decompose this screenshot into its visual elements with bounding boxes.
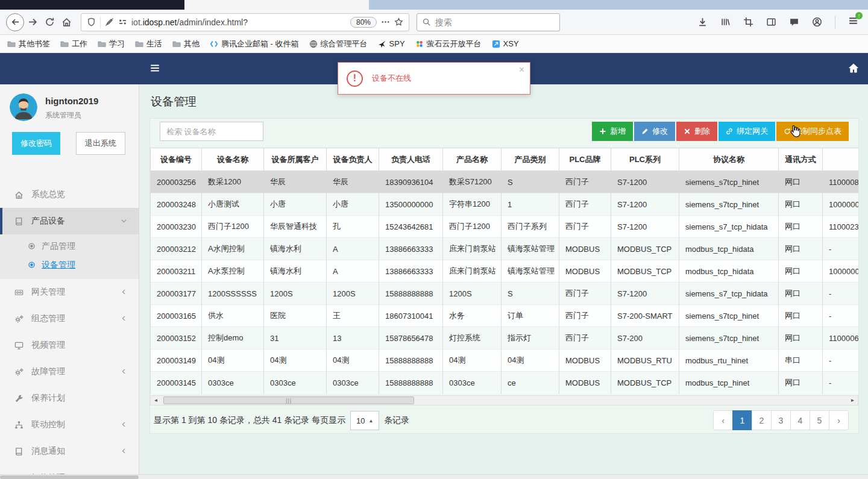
sidebar-item-system-overview[interactable]: 系统总览 [0, 181, 139, 208]
change-password-button[interactable]: 修改密码 [12, 132, 60, 155]
back-button[interactable] [6, 13, 24, 31]
bookmark-label: 萤石云开放平台 [427, 39, 482, 49]
column-header[interactable]: 设备负责人 [327, 148, 379, 171]
page-button-1[interactable]: 1 [732, 410, 752, 430]
column-header[interactable]: 设备名称 [202, 148, 264, 171]
table-cell: 200003165 [151, 305, 202, 327]
bookmark-ezviz-open[interactable]: 萤石云开放平台 [415, 39, 482, 49]
site-permissions-icon[interactable] [118, 17, 127, 27]
table-cell: - [823, 349, 859, 372]
sidebar-item-fault-management[interactable]: 故障管理 [0, 358, 139, 385]
sidebar-item-video-management[interactable]: 视频管理 [0, 332, 139, 358]
bookmark-xsy[interactable]: XSY [492, 39, 519, 48]
column-header[interactable]: 产品名称 [443, 148, 502, 171]
column-header[interactable]: PLC品牌 [559, 148, 611, 171]
sidebar-item-sms-management[interactable]: 短信管理 [0, 465, 139, 474]
bookmark-study[interactable]: 学习 [98, 39, 125, 49]
sidebars-icon[interactable] [766, 17, 776, 27]
sidebar-subitem-product-management[interactable]: 产品管理 [0, 237, 139, 255]
sidebar-item-label: 联动控制 [31, 419, 65, 430]
bookmark-other-bookmarks[interactable]: 其他书签 [7, 39, 50, 49]
bookmark-star-icon[interactable] [394, 17, 403, 27]
table-row[interactable]: 200003256数采1200华辰华辰18390936104数采S71200S西… [151, 171, 859, 193]
sidebar-item-maintenance-plan[interactable]: 保养计划 [0, 385, 139, 412]
table-cell: modbus_tcp_hidata [679, 260, 779, 283]
sidebar-item-gateway-management[interactable]: 网关管理 [0, 279, 139, 305]
scroll-right-button[interactable]: ► [848, 396, 858, 405]
reload-button[interactable] [41, 14, 58, 31]
add-button[interactable]: 新增 [592, 122, 633, 141]
sidebar-item-product-device[interactable]: 产品设备 [0, 208, 139, 234]
table-row[interactable]: 200003212A水闸控制镇海水利A13886663333庶来门前泵站镇海泵站… [151, 238, 859, 260]
bookmark-misc[interactable]: 其他 [172, 39, 200, 49]
account-icon[interactable] [812, 17, 822, 27]
browser-search-box[interactable] [417, 13, 560, 31]
bookmark-mgmt-platform[interactable]: 综合管理平台 [309, 39, 368, 49]
table-cell: 西门子系列 [502, 216, 559, 238]
table-row[interactable]: 20000314904测04测04测1588888888804测04测MODBU… [151, 349, 859, 372]
column-header[interactable]: PLC系列 [611, 148, 679, 171]
scrollbar-thumb[interactable]: ||| [163, 396, 414, 404]
bind-gateway-button[interactable]: 绑定网关 [719, 122, 775, 141]
table-cell: 西门子 [559, 327, 611, 349]
delete-button[interactable]: 删除 [676, 122, 717, 141]
table-cell: 0303ce [264, 372, 327, 394]
page-actions-icon[interactable] [381, 17, 390, 27]
column-header[interactable]: 已绑定网关 [823, 148, 859, 171]
sidebar-item-linkage-control[interactable]: 联动控制 [0, 412, 139, 438]
table-horizontal-scrollbar[interactable]: ◄ ||| ► [150, 395, 858, 405]
scroll-left-button[interactable]: ◄ [151, 396, 161, 405]
shield-icon[interactable] [87, 17, 96, 27]
logout-button[interactable]: 退出系统 [76, 132, 125, 155]
browser-search-input[interactable] [435, 17, 555, 27]
bookmark-tencent-mail[interactable]: 腾讯企业邮箱 - 收件箱 [210, 39, 299, 49]
table-row[interactable]: 2000031450303ce0303ce0303ce1588888888803… [151, 372, 859, 394]
sidebar-item-message-notification[interactable]: 消息通知 [0, 438, 139, 465]
table-row[interactable]: 200003211A水泵控制镇海水利A13886663333庶来门前泵站镇海泵站… [151, 260, 859, 283]
device-search-input[interactable] [160, 122, 263, 141]
page-prev-button[interactable]: ‹ [713, 410, 733, 430]
table-cell: 网口 [779, 327, 823, 349]
table-row[interactable]: 200003230西门子1200华辰智通科技孔15243642681西门子120… [151, 216, 859, 238]
url-bar[interactable]: iot.idosp.net/admin/index.html? 80% [81, 13, 409, 31]
library-icon[interactable] [720, 17, 731, 27]
browser-tab-dark[interactable] [0, 0, 184, 10]
column-header[interactable]: 通讯方式 [779, 148, 823, 171]
bookmark-spy[interactable]: SPY [378, 39, 405, 48]
browser-tab-active[interactable] [184, 0, 369, 10]
page-button-5[interactable]: 5 [810, 410, 829, 430]
page-button-2[interactable]: 2 [752, 410, 772, 430]
blocked-pencil-icon[interactable] [105, 17, 114, 27]
column-header[interactable]: 负责人电话 [379, 148, 443, 171]
page-button-4[interactable]: 4 [790, 410, 810, 430]
edit-button[interactable]: 修改 [634, 122, 675, 141]
downloads-icon[interactable] [697, 17, 708, 27]
sidebar-item-scada-management[interactable]: 组态管理 [0, 305, 139, 332]
window-scrollbar-thumb[interactable] [0, 475, 139, 479]
sidebar-subitem-device-management[interactable]: 设备管理 [0, 255, 139, 274]
screenshot-icon[interactable] [743, 17, 753, 27]
table-row[interactable]: 2000031771200SSSSSS1200S1200S15888888888… [151, 283, 859, 305]
table-row[interactable]: 200003248小唐测试小唐小唐13500000000字符串12001西门子S… [151, 193, 859, 216]
app-home-icon[interactable] [848, 62, 860, 74]
table-cell: 31 [264, 327, 327, 349]
table-row[interactable]: 200003165供水医院王18607310041水务订单西门子S7-200-S… [151, 305, 859, 327]
column-header[interactable]: 协议名称 [679, 148, 779, 171]
sidebar-toggle-icon[interactable] [149, 63, 160, 74]
page-size-select[interactable]: 10 ▲ [350, 411, 379, 430]
window-horizontal-scrollbar[interactable] [0, 474, 868, 479]
column-header[interactable]: 产品类别 [502, 148, 559, 171]
bookmark-life[interactable]: 生活 [135, 39, 162, 49]
home-button[interactable] [58, 14, 75, 31]
column-header[interactable]: 设备编号 [151, 148, 202, 171]
zoom-level-badge[interactable]: 80% [350, 17, 377, 28]
forward-button[interactable] [24, 14, 41, 31]
page-next-button[interactable]: › [829, 410, 849, 430]
page-button-3[interactable]: 3 [771, 410, 791, 430]
table-row[interactable]: 200003152控制demo311315878656478灯控系统指示灯西门子… [151, 327, 859, 349]
bookmark-work[interactable]: 工作 [60, 39, 87, 49]
column-header[interactable]: 设备所属客户 [264, 148, 327, 171]
app-menu-button[interactable]: ↑ [848, 16, 858, 28]
comment-icon[interactable] [789, 17, 799, 27]
alert-close-icon[interactable]: × [519, 64, 524, 75]
